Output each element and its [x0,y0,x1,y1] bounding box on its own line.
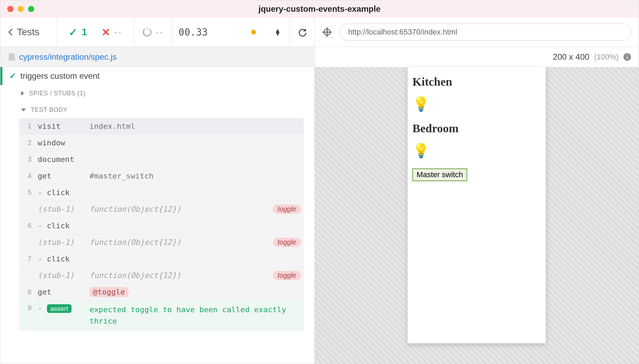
auto-scroll-toggle[interactable] [241,30,266,35]
command-num: 7 [22,255,31,263]
updown-icon: ▲▼ [275,29,281,36]
command-arg: @toggle [89,287,301,297]
command-name: get [38,288,89,296]
command-name: document [38,155,89,164]
pending-count-cell: -- [134,18,172,47]
title-bar: jquery-custom-events-example [0,0,639,18]
chevron-left-icon [8,29,15,36]
caret-right-icon [21,91,24,96]
command-name: visit [38,122,89,131]
scroll-updown-button[interactable]: ▲▼ [266,29,290,36]
tests-label: Tests [17,27,39,38]
event-pill: toggle [273,238,302,247]
command-num: 1 [22,122,31,130]
lightbulb-icon[interactable]: 💡 [412,143,541,159]
stub-row[interactable]: (stub-1) function(Object{12}) toggle [19,267,304,284]
url-field[interactable]: http://localhost:65370/index.html [340,23,631,41]
test-body-section[interactable]: TEST BODY [0,102,314,118]
reload-icon [298,28,307,37]
event-pill: toggle [273,271,302,280]
command-name: click [38,255,89,263]
caret-down-icon [21,108,26,112]
zoom-icon[interactable] [28,6,34,12]
pass-fail-counts: ✓ 1 ✕ -- [57,18,134,47]
viewport-dimensions: 200 x 400 [553,52,589,62]
x-icon: ✕ [102,26,110,38]
command-row[interactable]: 7 click [19,251,304,267]
command-name: click [38,221,89,230]
window-title: jquery-custom-events-example [258,4,380,14]
pending-icon [143,28,152,37]
close-icon[interactable] [7,6,13,12]
app-preview-panel: http://localhost:65370/index.html 200 x … [315,18,639,364]
room-heading: Kitchen [412,75,541,88]
viewport-zoom: (100%) [594,52,619,61]
passed-count: 1 [82,27,87,38]
assert-row[interactable]: 9 - assert expected toggle to have been … [19,300,304,331]
command-row[interactable]: 2 window [19,135,304,151]
command-num: 6 [22,222,31,230]
assert-text: expected toggle to have been called exac… [89,304,301,327]
command-log: 1 visit index.html 2 window 3 document 4… [0,118,314,364]
stub-arg: function(Object{12}) [89,205,273,213]
minimize-icon[interactable] [18,6,24,12]
command-arg: #master_switch [89,172,301,180]
event-pill: toggle [273,204,302,214]
command-row[interactable]: 4 get #master_switch [19,168,304,184]
stub-arg: function(Object{12}) [89,238,273,247]
reporter-panel: Tests ✓ 1 ✕ -- -- 00.33 [0,18,315,364]
command-name: window [38,138,89,147]
preview-area: Kitchen 💡 Bedroom 💡 Master switch [315,67,639,364]
command-num: 8 [22,288,31,296]
command-arg: index.html [89,122,301,131]
command-name: click [38,188,89,197]
stats-bar: Tests ✓ 1 ✕ -- -- 00.33 [0,18,314,47]
stub-name: (stub-1) [38,271,89,280]
test-title: triggers custom event [20,71,99,81]
lightbulb-icon[interactable]: 💡 [412,96,541,112]
stub-name: (stub-1) [38,205,89,213]
command-row[interactable]: 6 click [19,218,304,234]
app-frame: Kitchen 💡 Bedroom 💡 Master switch [408,67,546,343]
command-num: 5 [22,189,31,197]
command-row[interactable]: 1 visit index.html [19,118,304,135]
command-row[interactable]: 3 document [19,151,304,168]
command-num: 9 [22,304,31,312]
stub-name: (stub-1) [38,238,89,247]
command-name: get [38,172,89,180]
window-frame: jquery-custom-events-example Tests ✓ 1 ✕… [0,0,639,364]
spec-file-path: cypress/integration/spec.js [19,52,117,62]
warning-dot-icon [251,30,256,35]
spies-stubs-label: SPIES / STUBS (1) [29,90,86,97]
file-icon [9,53,15,61]
alias-pill: @toggle [89,287,128,297]
url-text: http://localhost:65370/index.html [348,28,457,37]
stub-row[interactable]: (stub-1) function(Object{12}) toggle [19,201,304,218]
room-heading: Bedroom [412,122,541,135]
command-row[interactable]: 5 click [19,184,304,201]
stub-row[interactable]: (stub-1) function(Object{12}) toggle [19,234,304,251]
pending-count: -- [156,27,164,38]
window-controls [0,6,34,12]
assert-pill: assert [47,304,72,313]
spies-stubs-section[interactable]: SPIES / STUBS (1) [0,85,314,102]
command-num: 2 [22,139,31,147]
test-title-row[interactable]: ✓ triggers custom event [0,67,314,85]
url-bar: http://localhost:65370/index.html [315,18,639,47]
viewport-header: 200 x 400 (100%) i [315,47,639,67]
duration: 00.33 [172,18,214,47]
reload-button[interactable] [290,28,314,37]
back-to-tests-button[interactable]: Tests [0,18,57,47]
check-icon: ✓ [9,71,16,81]
command-num: 3 [22,155,31,163]
test-body-label: TEST BODY [31,106,67,114]
selector-playground-button[interactable] [322,27,332,37]
command-num: 4 [22,172,31,180]
check-icon: ✓ [69,26,77,38]
master-switch-button[interactable]: Master switch [412,169,467,181]
stub-arg: function(Object{12}) [89,271,273,280]
info-icon[interactable]: i [623,53,631,61]
command-row[interactable]: 8 get @toggle [19,284,304,300]
spec-file-bar[interactable]: cypress/integration/spec.js [0,47,314,67]
failed-count: -- [114,27,122,38]
